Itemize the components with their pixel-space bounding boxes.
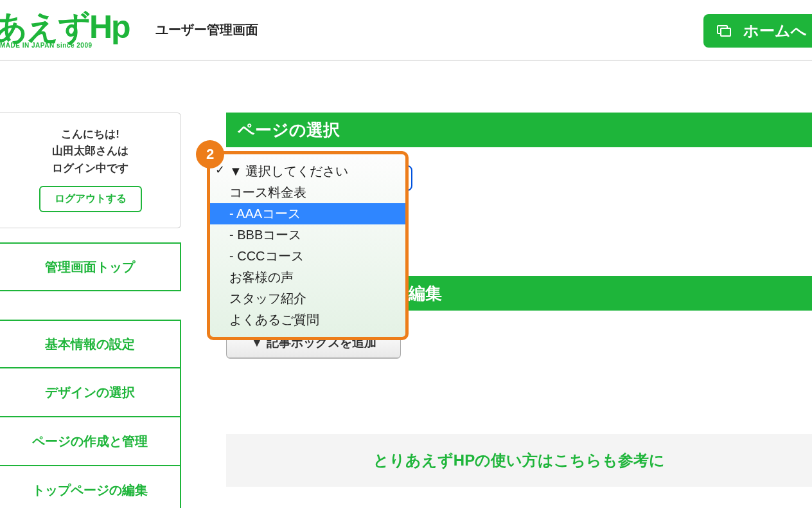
nav-page-manage[interactable]: ページの作成と管理: [0, 417, 181, 466]
user-card: こんにちは! 山田太郎さんは ログイン中です ログアウトする: [0, 113, 181, 228]
dropdown-option[interactable]: - BBBコース: [210, 224, 405, 246]
header: あえずHp MADE IN JAPAN since 2009 ユーザー管理画面 …: [0, 0, 812, 61]
greeting-line-3: ログイン中です: [12, 160, 169, 177]
main: ページの選択 2 ▼ 選択してください コース料金表 - AAAコース - BB…: [181, 113, 812, 487]
logo-text: あえずHp: [0, 11, 130, 43]
home-button[interactable]: ホームへ: [703, 14, 812, 48]
dropdown-option[interactable]: - CCCコース: [210, 246, 405, 267]
dropdown-option[interactable]: コース料金表: [210, 182, 405, 203]
home-button-label: ホームへ: [743, 21, 807, 41]
logo-block[interactable]: あえずHp MADE IN JAPAN since 2009: [0, 0, 130, 60]
sidebar: こんにちは! 山田太郎さんは ログイン中です ログアウトする 管理画面トップ 基…: [0, 113, 181, 508]
greeting-line-1: こんにちは!: [12, 126, 169, 143]
nav-toppage-edit[interactable]: トップページの編集: [0, 466, 181, 508]
page-select-dropdown[interactable]: 2 ▼ 選択してください コース料金表 - AAAコース - BBBコース - …: [207, 151, 409, 340]
logout-button[interactable]: ログアウトする: [39, 186, 142, 212]
dropdown-option[interactable]: よくあるご質問: [210, 309, 405, 331]
section-page-select-title: ページの選択: [226, 113, 812, 147]
nav-group: 基本情報の設定 デザインの選択 ページの作成と管理 トップページの編集: [0, 320, 181, 508]
svg-rect-1: [721, 28, 730, 36]
greeting-line-2: 山田太郎さんは: [12, 143, 169, 159]
nav-admin-top[interactable]: 管理画面トップ: [0, 242, 181, 291]
dropdown-option[interactable]: - AAAコース: [210, 203, 405, 224]
page-select-body: 2 ▼ 選択してください コース料金表 - AAAコース - BBBコース - …: [226, 147, 812, 276]
help-banner[interactable]: とりあえずHPの使い方はこちらも参考に: [226, 434, 812, 487]
nav-basic-settings[interactable]: 基本情報の設定: [0, 320, 181, 368]
nav-design-select[interactable]: デザインの選択: [0, 368, 181, 417]
windows-icon: [716, 23, 732, 39]
dropdown-option[interactable]: スタッフ紹介: [210, 288, 405, 309]
page-title: ユーザー管理画面: [155, 21, 258, 39]
dropdown-option[interactable]: お客様の声: [210, 267, 405, 288]
dropdown-placeholder[interactable]: ▼ 選択してください: [210, 161, 405, 182]
